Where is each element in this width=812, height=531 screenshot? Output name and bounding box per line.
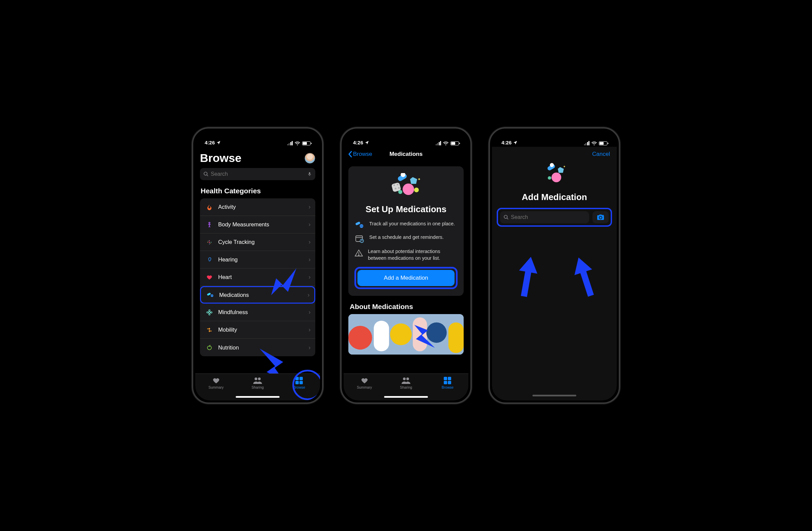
tab-browse[interactable]: Browse xyxy=(436,376,459,400)
signal-icon xyxy=(436,141,441,145)
section-title: About Medications xyxy=(350,303,462,311)
svg-point-6 xyxy=(209,243,210,244)
cancel-button[interactable]: Cancel xyxy=(592,151,610,158)
row-activity[interactable]: Activity › xyxy=(200,198,315,216)
annotation-highlight: Add a Medication xyxy=(354,267,458,289)
person-icon xyxy=(205,221,214,228)
row-label: Medications xyxy=(219,292,307,298)
svg-point-57 xyxy=(603,215,604,216)
svg-point-23 xyxy=(403,184,414,195)
phone-add-medication: 4:26 Cancel xyxy=(489,127,620,404)
back-button[interactable]: Browse xyxy=(348,151,372,158)
svg-point-41 xyxy=(348,326,372,349)
svg-rect-32 xyxy=(355,221,361,225)
svg-point-29 xyxy=(398,190,402,194)
setup-card: Set Up Medications Track all your medica… xyxy=(348,166,464,296)
status-bar: 4:26 xyxy=(344,131,468,147)
grid-icon xyxy=(295,376,303,385)
row-heart[interactable]: Heart › xyxy=(200,269,315,286)
svg-point-18 xyxy=(255,377,257,380)
wifi-icon xyxy=(443,141,449,145)
svg-point-7 xyxy=(209,240,210,241)
svg-rect-46 xyxy=(449,322,464,353)
feature-track: Track all your medications in one place. xyxy=(354,221,458,229)
row-body-measurements[interactable]: Body Measurements › xyxy=(200,216,315,233)
chevron-right-icon: › xyxy=(308,326,310,333)
people-icon xyxy=(253,376,262,385)
feature-schedule: Set a schedule and get reminders. xyxy=(354,234,458,243)
wifi-icon xyxy=(592,141,597,145)
tab-label: Sharing xyxy=(251,385,264,389)
health-categories-list: Activity › Body Measurements › Cycle Tra… xyxy=(200,198,315,356)
row-cycle-tracking[interactable]: Cycle Tracking › xyxy=(200,233,315,251)
svg-point-53 xyxy=(548,176,551,180)
camera-icon xyxy=(596,214,605,221)
page-title: Add Medication xyxy=(497,192,612,202)
svg-point-54 xyxy=(564,166,565,167)
row-nutrition[interactable]: Nutrition › xyxy=(200,339,315,356)
pills-icon xyxy=(206,292,215,298)
svg-point-47 xyxy=(403,377,406,380)
ear-icon xyxy=(205,256,214,263)
chevron-right-icon: › xyxy=(307,291,309,299)
profile-avatar[interactable] xyxy=(304,153,315,163)
tab-label: Browse xyxy=(442,385,453,389)
tab-summary[interactable]: Summary xyxy=(353,376,376,400)
search-input[interactable] xyxy=(500,211,589,223)
tab-bar: Summary Sharing Browse xyxy=(195,373,320,400)
row-mobility[interactable]: Mobility › xyxy=(200,321,315,339)
svg-point-15 xyxy=(209,313,210,315)
tab-label: Summary xyxy=(357,385,372,389)
tab-summary[interactable]: Summary xyxy=(204,376,228,400)
svg-rect-10 xyxy=(207,292,211,296)
svg-point-0 xyxy=(204,172,207,175)
signal-icon xyxy=(584,141,590,145)
row-label: Nutrition xyxy=(218,344,308,351)
chevron-right-icon: › xyxy=(308,256,310,263)
battery-icon xyxy=(302,141,310,145)
row-medications[interactable]: Medications › xyxy=(200,286,315,304)
heart-icon xyxy=(361,376,368,385)
location-icon xyxy=(216,140,221,145)
nav-bar: Browse Medications xyxy=(344,147,468,162)
search-field[interactable] xyxy=(511,214,586,220)
home-indicator xyxy=(533,395,576,397)
svg-line-56 xyxy=(507,218,508,219)
feature-text: Set a schedule and get reminders. xyxy=(369,234,444,241)
cycle-icon xyxy=(205,239,214,246)
calendar-icon xyxy=(354,234,364,243)
row-mindfulness[interactable]: Mindfulness › xyxy=(200,304,315,321)
heart-icon xyxy=(212,376,220,385)
pills-icon xyxy=(354,221,364,229)
svg-point-27 xyxy=(395,188,396,190)
search-input[interactable] xyxy=(200,168,315,180)
camera-button[interactable] xyxy=(593,211,609,223)
search-field[interactable] xyxy=(211,171,305,177)
pills-illustration xyxy=(497,163,612,187)
wifi-icon xyxy=(295,141,300,145)
feature-interactions: Learn about potential interactions betwe… xyxy=(354,248,458,261)
home-indicator xyxy=(384,396,428,398)
tab-browse[interactable]: Browse xyxy=(287,376,311,400)
svg-point-17 xyxy=(211,311,212,313)
row-hearing[interactable]: Hearing › xyxy=(200,251,315,269)
status-time: 4:26 xyxy=(353,140,363,145)
svg-point-5 xyxy=(207,242,208,242)
svg-line-1 xyxy=(207,175,208,176)
chevron-right-icon: › xyxy=(308,239,310,246)
svg-point-55 xyxy=(504,215,507,218)
annotation-arrow xyxy=(566,251,603,302)
add-medication-button[interactable]: Add a Medication xyxy=(358,270,454,286)
svg-point-43 xyxy=(390,324,412,345)
svg-point-19 xyxy=(258,377,261,380)
row-label: Activity xyxy=(218,204,308,210)
svg-point-25 xyxy=(393,185,395,186)
nav-title: Medications xyxy=(390,151,422,158)
tab-label: Sharing xyxy=(400,385,412,389)
microphone-icon[interactable] xyxy=(307,171,312,177)
arrows-icon xyxy=(205,327,214,333)
battery-icon xyxy=(450,141,459,145)
warning-icon xyxy=(354,248,363,257)
svg-marker-51 xyxy=(558,167,564,173)
search-icon xyxy=(203,171,209,177)
